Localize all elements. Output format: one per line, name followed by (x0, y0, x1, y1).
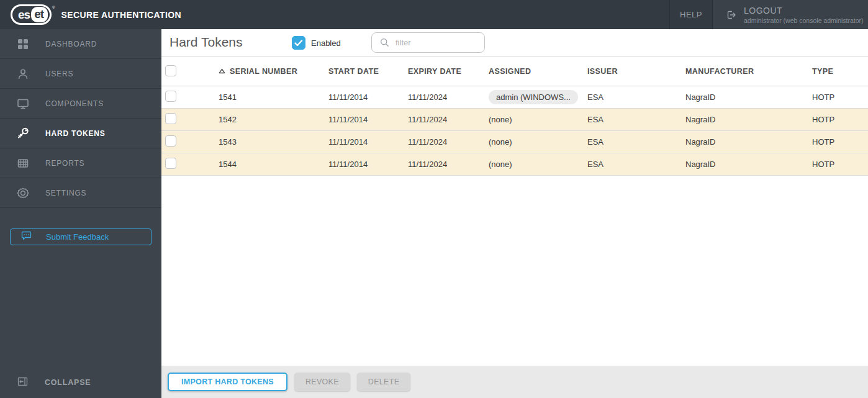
column-label: SERIAL NUMBER (230, 67, 297, 76)
page-title: Hard Tokens (170, 35, 243, 50)
row-checkbox[interactable] (165, 158, 176, 169)
cell-serial-number: 1543 (215, 137, 325, 147)
table-row[interactable]: 1544 11/11/2014 11/11/2024 (none) ESA Na… (161, 153, 868, 176)
user-icon (16, 67, 30, 81)
cell-assigned: admin (WINDOWS... (485, 90, 584, 104)
cell-type: HOTP (808, 137, 868, 147)
cell-manufacturer: NagraID (682, 115, 808, 124)
cell-start-date: 11/11/2014 (325, 93, 404, 102)
enabled-checkbox[interactable] (292, 36, 305, 50)
revoke-button[interactable]: REVOKE (294, 373, 350, 391)
help-label: HELP (680, 10, 702, 19)
topbar: es et ® SECURE AUTHENTICATION HELP LOGOU… (0, 0, 868, 29)
cell-manufacturer: NagraID (682, 93, 808, 102)
search-icon (380, 38, 389, 47)
app-title: SECURE AUTHENTICATION (61, 10, 181, 20)
enabled-filter[interactable]: Enabled (292, 36, 341, 50)
cell-type: HOTP (808, 93, 868, 102)
help-button[interactable]: HELP (669, 0, 713, 29)
eset-logo-box-text: et (31, 7, 48, 22)
cell-assigned: (none) (485, 160, 584, 169)
eset-logo-text: es (18, 9, 30, 20)
sidebar-item-label: USERS (45, 70, 73, 78)
column-header-issuer[interactable]: ISSUER (584, 67, 682, 76)
collapse-label: COLLAPSE (45, 378, 91, 387)
enabled-label: Enabled (311, 38, 341, 48)
submit-feedback-label: Submit Feedback (46, 232, 109, 242)
cell-issuer: ESA (584, 115, 682, 124)
logout-button[interactable]: LOGOUT administrator (web console admini… (713, 0, 868, 29)
logout-user-info: administrator (web console administrator… (744, 17, 864, 24)
cell-issuer: ESA (584, 160, 682, 169)
gear-icon (16, 186, 30, 200)
table-row[interactable]: 1543 11/11/2014 11/11/2024 (none) ESA Na… (161, 131, 868, 153)
sidebar: DASHBOARD USERS COMPONENTS HARD (0, 29, 161, 398)
assigned-value: (none) (489, 137, 512, 147)
sidebar-item-label: HARD TOKENS (45, 129, 106, 138)
assigned-value: admin (WINDOWS... (489, 90, 578, 104)
logout-label: LOGOUT (744, 6, 864, 16)
cell-expiry-date: 11/11/2024 (404, 93, 485, 102)
collapse-icon (17, 377, 28, 389)
column-header-assigned[interactable]: ASSIGNED (485, 67, 584, 76)
assigned-value: (none) (489, 160, 512, 169)
report-table-icon (16, 156, 30, 170)
sidebar-item-label: DASHBOARD (45, 40, 97, 48)
row-checkbox[interactable] (165, 135, 176, 147)
monitor-icon (16, 97, 30, 111)
dashboard-grid-icon (16, 37, 30, 51)
cell-start-date: 11/11/2014 (325, 160, 404, 169)
sidebar-item-settings[interactable]: SETTINGS (0, 178, 161, 208)
select-all-checkbox[interactable] (165, 65, 176, 76)
cell-manufacturer: NagraID (682, 137, 808, 147)
column-header-expiry-date[interactable]: EXPIRY DATE (404, 67, 485, 76)
row-checkbox[interactable] (165, 91, 176, 102)
sidebar-item-components[interactable]: COMPONENTS (0, 89, 161, 119)
cell-serial-number: 1544 (215, 160, 325, 169)
table-body: 1541 11/11/2014 11/11/2024 admin (WINDOW… (161, 86, 868, 176)
sidebar-item-reports[interactable]: REPORTS (0, 148, 161, 178)
cell-manufacturer: NagraID (682, 160, 808, 169)
cell-assigned: (none) (485, 137, 584, 147)
key-icon (16, 127, 30, 140)
submit-feedback-button[interactable]: Submit Feedback (10, 228, 151, 245)
sidebar-item-hard-tokens[interactable]: HARD TOKENS (0, 119, 161, 148)
sidebar-item-users[interactable]: USERS (0, 59, 161, 89)
sidebar-item-dashboard[interactable]: DASHBOARD (0, 29, 161, 59)
row-checkbox[interactable] (165, 113, 176, 124)
cell-serial-number: 1542 (215, 115, 325, 124)
filter-input[interactable] (396, 38, 476, 47)
cell-assigned: (none) (485, 115, 584, 124)
import-hard-tokens-button[interactable]: IMPORT HARD TOKENS (168, 373, 287, 391)
feedback-bubble-icon (21, 231, 32, 243)
main-content: Hard Tokens Enabled (161, 29, 868, 398)
logout-icon (725, 9, 738, 21)
column-header-type[interactable]: TYPE (808, 67, 868, 76)
eset-logo-pill: es et (11, 4, 52, 25)
cell-serial-number: 1541 (215, 93, 325, 102)
delete-button[interactable]: DELETE (357, 373, 410, 391)
eset-logo: es et ® (11, 4, 55, 25)
check-icon (294, 40, 303, 47)
table-row[interactable]: 1541 11/11/2014 11/11/2024 admin (WINDOW… (161, 86, 868, 109)
cell-issuer: ESA (584, 93, 682, 102)
cell-type: HOTP (808, 160, 868, 169)
sidebar-item-label: REPORTS (45, 159, 84, 168)
cell-start-date: 11/11/2014 (325, 137, 404, 147)
assigned-value: (none) (489, 115, 512, 124)
collapse-button[interactable]: COLLAPSE (0, 367, 161, 398)
column-header-manufacturer[interactable]: MANUFACTURER (682, 67, 808, 76)
column-header-start-date[interactable]: START DATE (325, 67, 404, 76)
cell-expiry-date: 11/11/2024 (404, 115, 485, 124)
registered-mark: ® (52, 6, 55, 9)
cell-expiry-date: 11/11/2024 (404, 160, 485, 169)
cell-issuer: ESA (584, 137, 682, 147)
action-bar: IMPORT HARD TOKENS REVOKE DELETE (161, 366, 868, 398)
column-header-serial-number[interactable]: SERIAL NUMBER (215, 67, 325, 76)
filter-search-box[interactable] (371, 32, 485, 53)
cell-start-date: 11/11/2014 (325, 115, 404, 124)
table-header: SERIAL NUMBER START DATE EXPIRY DATE ASS… (161, 57, 868, 86)
cell-expiry-date: 11/11/2024 (404, 137, 485, 147)
table-row[interactable]: 1542 11/11/2014 11/11/2024 (none) ESA Na… (161, 109, 868, 131)
sort-ascending-icon (219, 67, 225, 76)
